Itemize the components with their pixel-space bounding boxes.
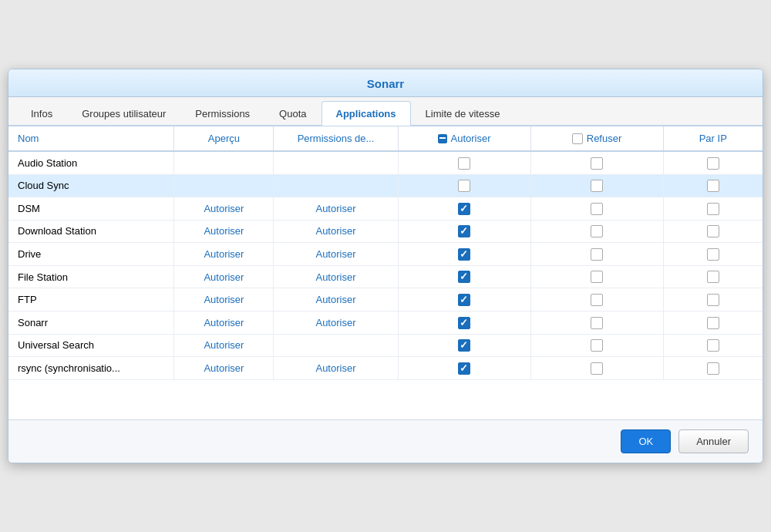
tab-infos[interactable]: Infos: [16, 101, 67, 126]
cell-par-ip[interactable]: [663, 197, 763, 221]
cell-permissions-de: Autoriser: [274, 357, 398, 380]
tab-groupes[interactable]: Groupes utilisateur: [67, 101, 180, 126]
cell-nom: Universal Search: [8, 334, 174, 357]
cell-apercu: Autoriser: [174, 334, 274, 357]
col-par-ip: Par IP: [663, 126, 763, 151]
autoriser-checkbox[interactable]: [458, 203, 470, 215]
cell-apercu: Autoriser: [174, 265, 274, 288]
cell-apercu: [174, 151, 274, 174]
par-ip-checkbox[interactable]: [707, 294, 719, 306]
dialog-title: Sonarr: [8, 69, 763, 97]
par-ip-checkbox[interactable]: [707, 248, 719, 261]
autoriser-checkbox[interactable]: [458, 248, 470, 261]
par-ip-checkbox[interactable]: [707, 271, 719, 283]
table-row: Universal SearchAutoriser: [8, 334, 763, 357]
cell-refuser[interactable]: [530, 220, 663, 243]
cell-refuser[interactable]: [530, 334, 663, 357]
cell-nom: File Station: [8, 265, 174, 288]
cell-autoriser[interactable]: [398, 265, 530, 288]
cell-refuser[interactable]: [530, 243, 663, 266]
par-ip-checkbox[interactable]: [707, 180, 719, 192]
cell-apercu: Autoriser: [174, 243, 274, 266]
refuser-checkbox[interactable]: [591, 225, 603, 237]
refuser-header-checkbox[interactable]: [572, 133, 583, 144]
refuser-checkbox[interactable]: [591, 180, 603, 192]
autoriser-checkbox[interactable]: [458, 225, 470, 237]
cell-par-ip[interactable]: [663, 357, 763, 380]
refuser-checkbox[interactable]: [591, 294, 603, 306]
tabs-bar: Infos Groupes utilisateur Permissions Qu…: [8, 97, 763, 126]
par-ip-checkbox[interactable]: [707, 225, 719, 237]
autoriser-minus-icon[interactable]: [438, 134, 447, 143]
tab-limite[interactable]: Limite de vitesse: [411, 101, 515, 126]
tab-content: Nom Aperçu Permissions de... Autoriser: [8, 126, 763, 419]
col-apercu: Aperçu: [174, 126, 274, 151]
refuser-checkbox[interactable]: [591, 271, 603, 283]
table-row: FTPAutoriserAutoriser: [8, 288, 763, 311]
cell-par-ip[interactable]: [663, 265, 763, 288]
cell-apercu: Autoriser: [174, 311, 274, 334]
par-ip-checkbox[interactable]: [707, 203, 719, 215]
cell-refuser[interactable]: [530, 357, 663, 380]
col-refuser: Refuser: [530, 126, 663, 151]
col-autoriser: Autoriser: [398, 126, 530, 151]
cell-permissions-de: Autoriser: [274, 220, 398, 243]
autoriser-checkbox[interactable]: [458, 157, 470, 170]
cell-permissions-de: [274, 334, 398, 357]
par-ip-checkbox[interactable]: [707, 362, 719, 375]
cell-autoriser[interactable]: [398, 197, 530, 221]
cell-permissions-de: Autoriser: [274, 311, 398, 334]
autoriser-checkbox[interactable]: [458, 317, 470, 329]
tab-quota[interactable]: Quota: [264, 101, 321, 126]
col-permissions-de: Permissions de...: [274, 126, 398, 151]
cell-refuser[interactable]: [530, 151, 663, 174]
autoriser-checkbox[interactable]: [458, 180, 470, 192]
refuser-checkbox[interactable]: [591, 203, 603, 215]
cell-par-ip[interactable]: [663, 334, 763, 357]
autoriser-checkbox[interactable]: [458, 271, 470, 283]
refuser-checkbox[interactable]: [591, 362, 603, 375]
cell-apercu: Autoriser: [174, 357, 274, 380]
cell-autoriser[interactable]: [398, 311, 530, 334]
table-row: Audio Station: [8, 151, 763, 174]
cell-permissions-de: Autoriser: [274, 243, 398, 266]
cell-par-ip[interactable]: [663, 174, 763, 197]
refuser-checkbox[interactable]: [591, 339, 603, 352]
autoriser-checkbox[interactable]: [458, 339, 470, 352]
cell-refuser[interactable]: [530, 288, 663, 311]
cell-autoriser[interactable]: [398, 288, 530, 311]
cell-par-ip[interactable]: [663, 288, 763, 311]
cell-autoriser[interactable]: [398, 174, 530, 197]
cell-par-ip[interactable]: [663, 243, 763, 266]
cell-autoriser[interactable]: [398, 357, 530, 380]
ok-button[interactable]: OK: [621, 429, 671, 453]
cell-nom: Audio Station: [8, 151, 174, 174]
par-ip-checkbox[interactable]: [707, 317, 719, 329]
cell-par-ip[interactable]: [663, 151, 763, 174]
tab-permissions[interactable]: Permissions: [180, 101, 264, 126]
refuser-checkbox[interactable]: [591, 248, 603, 261]
cell-refuser[interactable]: [530, 197, 663, 221]
table-row: SonarrAutoriserAutoriser: [8, 311, 763, 334]
cell-par-ip[interactable]: [663, 220, 763, 243]
cell-autoriser[interactable]: [398, 334, 530, 357]
autoriser-checkbox[interactable]: [458, 362, 470, 375]
cell-autoriser[interactable]: [398, 220, 530, 243]
table-row: DSMAutoriserAutoriser: [8, 197, 763, 221]
par-ip-checkbox[interactable]: [707, 339, 719, 352]
cell-autoriser[interactable]: [398, 151, 530, 174]
par-ip-checkbox[interactable]: [707, 157, 719, 170]
cell-refuser[interactable]: [530, 265, 663, 288]
refuser-checkbox[interactable]: [591, 157, 603, 170]
tab-applications[interactable]: Applications: [322, 101, 411, 126]
autoriser-checkbox[interactable]: [458, 294, 470, 306]
cell-autoriser[interactable]: [398, 243, 530, 266]
refuser-checkbox[interactable]: [591, 317, 603, 329]
cell-refuser[interactable]: [530, 311, 663, 334]
cell-nom: rsync (synchronisatio...: [8, 357, 174, 380]
table-row: DriveAutoriserAutoriser: [8, 243, 763, 266]
cell-par-ip[interactable]: [663, 311, 763, 334]
cell-refuser[interactable]: [530, 174, 663, 197]
cancel-button[interactable]: Annuler: [678, 429, 749, 453]
cell-nom: FTP: [8, 288, 174, 311]
